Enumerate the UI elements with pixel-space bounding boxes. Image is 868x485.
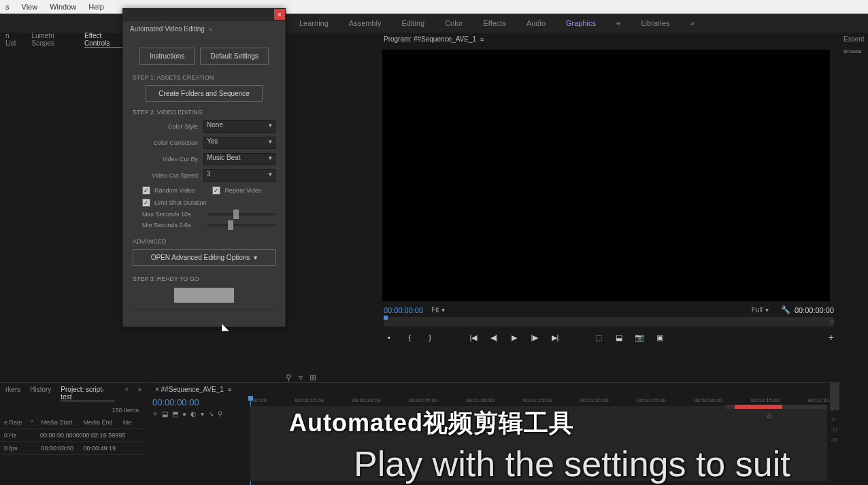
create-folders-button[interactable]: Create Folders and Sequence bbox=[146, 85, 262, 102]
timeline-tab[interactable]: × ##Sequence_AVE_1 bbox=[155, 386, 224, 393]
default-settings-button[interactable]: Default Settings bbox=[200, 48, 269, 65]
in-point-button[interactable]: { bbox=[404, 332, 415, 343]
project-row[interactable]: 0 Hz 00:00:00.00000 00:02:19.59995 bbox=[0, 429, 147, 442]
advanced-options-button[interactable]: OPEN Advanced Editing Options ▾ bbox=[133, 249, 276, 266]
caption-icon[interactable]: ↘ bbox=[208, 410, 214, 418]
marker-icon[interactable]: ⬒ bbox=[172, 410, 178, 418]
chevron-down-icon[interactable]: ≡ bbox=[616, 19, 620, 27]
project-header-row[interactable]: e Rate ^ Media Start Media End Me bbox=[0, 416, 147, 429]
program-tab-label: Program: ##Sequence_AVE_1 bbox=[384, 35, 476, 43]
tab-lumetri-scopes[interactable]: Lumetri Scopes bbox=[31, 32, 72, 47]
workspace-audio[interactable]: Audio bbox=[527, 19, 546, 27]
color-style-select[interactable]: None bbox=[203, 120, 276, 133]
program-monitor-viewport[interactable] bbox=[382, 50, 830, 301]
video-cut-by-select[interactable]: Music Beat bbox=[203, 153, 276, 165]
max-seconds-slider[interactable] bbox=[207, 213, 276, 216]
color-correction-select[interactable]: Yes bbox=[203, 137, 276, 149]
audio-meter-scale: 0 -6 -12 -18 bbox=[830, 406, 838, 443]
insert-icon[interactable]: ◐ bbox=[190, 410, 197, 418]
project-row[interactable]: 0 fps 00:00:00:00 00:00:49:19 bbox=[0, 442, 147, 455]
filter-icon[interactable]: ⚲ bbox=[286, 373, 292, 382]
plugin-tab[interactable]: Automated Video Editing ≡ bbox=[123, 21, 285, 37]
tab-nlist[interactable]: n List bbox=[5, 32, 19, 47]
random-video-checkbox[interactable]: ✓ bbox=[142, 186, 150, 195]
scrubber-end-marker[interactable] bbox=[830, 320, 834, 324]
wrench-icon[interactable]: ⚲ bbox=[218, 410, 222, 418]
tick: 00:02:15:00 bbox=[751, 397, 780, 403]
tab-close-icon[interactable]: ≡ bbox=[209, 26, 212, 33]
wrench-icon[interactable]: 🔧 bbox=[781, 305, 790, 314]
go-button[interactable] bbox=[174, 288, 234, 303]
zoom-dropdown[interactable]: Full▾ bbox=[752, 306, 769, 314]
tab-markers[interactable]: rkers bbox=[5, 386, 20, 401]
program-scrubber[interactable] bbox=[384, 317, 834, 327]
cell: 00:00:49:19 bbox=[84, 445, 123, 452]
workspace-overflow-icon[interactable]: » bbox=[690, 19, 695, 27]
tab-menu-icon[interactable]: ≡ bbox=[228, 386, 231, 393]
out-point-button[interactable]: } bbox=[424, 332, 435, 343]
marker-button[interactable]: ▪ bbox=[384, 332, 395, 343]
linked-icon[interactable]: ⬓ bbox=[162, 410, 168, 418]
new-item-icon[interactable]: ⊞ bbox=[310, 373, 316, 382]
overwrite-icon[interactable]: ▾ bbox=[201, 410, 204, 418]
play-button[interactable]: ▶ bbox=[509, 332, 520, 343]
overflow-icon[interactable]: » bbox=[137, 386, 141, 401]
workspace-color[interactable]: Color bbox=[445, 19, 463, 27]
repeat-video-checkbox[interactable]: ✓ bbox=[212, 186, 220, 195]
tab-menu-icon[interactable]: ≡ bbox=[480, 36, 484, 43]
step1-label: STEP 1: ASSETS CREATION bbox=[133, 74, 276, 81]
source-panel-tabs: n List Lumetri Scopes Effect Controls bbox=[0, 33, 122, 46]
col-media-end: Media End bbox=[84, 419, 123, 426]
goto-out-button[interactable]: ▶| bbox=[550, 332, 561, 343]
tab-history[interactable]: History bbox=[30, 386, 51, 401]
add-button-icon[interactable]: + bbox=[829, 332, 834, 343]
chevron-down-icon: ▾ bbox=[765, 306, 769, 314]
video-cut-speed-select[interactable]: 3 bbox=[203, 169, 276, 182]
export-frame-button[interactable]: 📷 bbox=[634, 332, 645, 343]
workspace-graphics[interactable]: Graphics bbox=[566, 19, 596, 27]
comparison-button[interactable]: ▣ bbox=[654, 332, 665, 343]
cell bbox=[124, 432, 143, 439]
timeline-marker-dot[interactable] bbox=[767, 414, 771, 418]
tick: 00:02:00:00 bbox=[694, 397, 722, 403]
menu-item-s[interactable]: s bbox=[5, 3, 10, 11]
limit-shot-label: Limit Shot Duration bbox=[154, 199, 207, 206]
workspace-learning[interactable]: Learning bbox=[299, 19, 329, 27]
fit-dropdown[interactable]: Fit▾ bbox=[431, 306, 445, 314]
close-icon[interactable]: × bbox=[274, 9, 285, 20]
program-timecode-left[interactable]: 00:00:00:00 bbox=[384, 306, 423, 314]
random-video-label: Random Video bbox=[154, 187, 195, 194]
chevron-down-icon: ▾ bbox=[441, 306, 445, 314]
scrubber-playhead[interactable] bbox=[384, 316, 388, 320]
lift-button[interactable]: ⬚ bbox=[593, 332, 604, 343]
min-seconds-slider[interactable] bbox=[207, 224, 276, 227]
workspace-libraries[interactable]: Libraries bbox=[641, 19, 669, 27]
goto-in-button[interactable]: |◀ bbox=[468, 332, 479, 343]
program-tab[interactable]: Program: ##Sequence_AVE_1 ≡ bbox=[378, 33, 839, 46]
workspace-editing[interactable]: Editing bbox=[402, 19, 425, 27]
funnel-icon[interactable]: ▿ bbox=[299, 373, 303, 382]
instructions-button[interactable]: Instructions bbox=[139, 48, 195, 65]
step-back-button[interactable]: ◀| bbox=[488, 332, 499, 343]
settings-icon[interactable]: ● bbox=[182, 410, 186, 418]
workspace-assembly[interactable]: Assembly bbox=[349, 19, 382, 27]
tab-menu-icon[interactable]: ≡ bbox=[124, 386, 128, 401]
plugin-titlebar[interactable]: × bbox=[123, 9, 285, 21]
essentials-panel-label[interactable]: Essent Browse bbox=[841, 33, 868, 57]
tab-project[interactable]: Project: script-test bbox=[61, 386, 115, 401]
tab-effect-controls[interactable]: Effect Controls bbox=[84, 32, 122, 48]
timeline-zoom-bar[interactable] bbox=[735, 405, 782, 409]
tick: 00:01:30:00 bbox=[580, 397, 609, 403]
workspace-effects[interactable]: Effects bbox=[483, 19, 505, 27]
timeline-timecode[interactable]: 00:00:00:00 bbox=[152, 397, 246, 407]
extract-button[interactable]: ⬓ bbox=[614, 332, 624, 343]
menu-item-window[interactable]: Window bbox=[50, 3, 76, 11]
color-correction-label: Color Correction bbox=[133, 139, 203, 146]
limit-shot-checkbox[interactable]: ✓ bbox=[142, 199, 150, 207]
step-forward-button[interactable]: |▶ bbox=[529, 332, 540, 343]
video-caption-subtitle: Play with the settings to suit bbox=[354, 444, 790, 484]
menu-item-view[interactable]: View bbox=[22, 3, 38, 11]
menu-item-help[interactable]: Help bbox=[88, 3, 104, 11]
snap-icon[interactable]: ✧ bbox=[152, 410, 158, 418]
min-seconds-label: Min Seconds 0.6s bbox=[133, 222, 207, 229]
